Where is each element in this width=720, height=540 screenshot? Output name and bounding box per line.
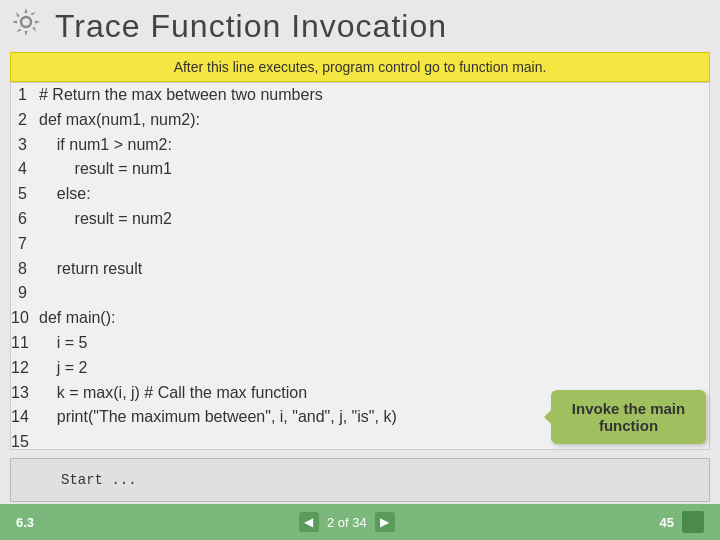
line-number: 7	[11, 232, 35, 257]
line-number: 2	[11, 108, 35, 133]
line-number: 15	[11, 430, 35, 450]
callout-bubble: Invoke the main function	[551, 390, 706, 444]
callout-line1: Invoke the main	[572, 400, 685, 417]
code-row: 2def max(num1, num2):	[11, 108, 709, 133]
code-row: 9	[11, 281, 709, 306]
code-row: 12 j = 2	[11, 356, 709, 381]
footer-nav: ◀ 2 of 34 ▶	[299, 512, 395, 532]
line-number: 3	[11, 133, 35, 158]
code-row: 6 result = num2	[11, 207, 709, 232]
footer-green-box	[682, 511, 704, 533]
line-code: result = num2	[35, 207, 709, 232]
line-number: 5	[11, 182, 35, 207]
footer-bar: 6.3 ◀ 2 of 34 ▶ 45	[0, 504, 720, 540]
line-code: # Return the max between two numbers	[35, 83, 709, 108]
line-number: 1	[11, 83, 35, 108]
svg-point-0	[21, 17, 31, 27]
code-row: 3 if num1 > num2:	[11, 133, 709, 158]
line-code: result = num1	[35, 157, 709, 182]
code-row: 5 else:	[11, 182, 709, 207]
line-number: 14	[11, 405, 35, 430]
line-number: 13	[11, 381, 35, 406]
line-code: return result	[35, 257, 709, 282]
gear-icon	[10, 6, 42, 38]
console-area: Start ...	[10, 458, 710, 502]
code-row: 10def main():	[11, 306, 709, 331]
line-code: def main():	[35, 306, 709, 331]
line-number: 11	[11, 331, 35, 356]
line-code	[35, 281, 709, 306]
code-row: 4 result = num1	[11, 157, 709, 182]
console-output: Start ...	[61, 472, 137, 488]
callout-line2: function	[599, 417, 658, 434]
code-row: 1# Return the max between two numbers	[11, 83, 709, 108]
line-number: 4	[11, 157, 35, 182]
line-code: i = 5	[35, 331, 709, 356]
line-code: if num1 > num2:	[35, 133, 709, 158]
line-number: 6	[11, 207, 35, 232]
prev-page-button[interactable]: ◀	[299, 512, 319, 532]
next-page-button[interactable]: ▶	[375, 512, 395, 532]
info-banner: After this line executes, program contro…	[10, 52, 710, 82]
line-number: 10	[11, 306, 35, 331]
page-title: Trace Function Invocation	[55, 8, 700, 45]
page-indicator: 2 of 34	[327, 515, 367, 530]
code-row: 11 i = 5	[11, 331, 709, 356]
code-row: 7	[11, 232, 709, 257]
line-number: 8	[11, 257, 35, 282]
footer-section: 6.3	[16, 515, 34, 530]
line-code: def max(num1, num2):	[35, 108, 709, 133]
line-number: 9	[11, 281, 35, 306]
footer-right-num: 45	[660, 515, 674, 530]
code-row: 8 return result	[11, 257, 709, 282]
line-number: 12	[11, 356, 35, 381]
line-code: j = 2	[35, 356, 709, 381]
line-code: else:	[35, 182, 709, 207]
line-code	[35, 232, 709, 257]
